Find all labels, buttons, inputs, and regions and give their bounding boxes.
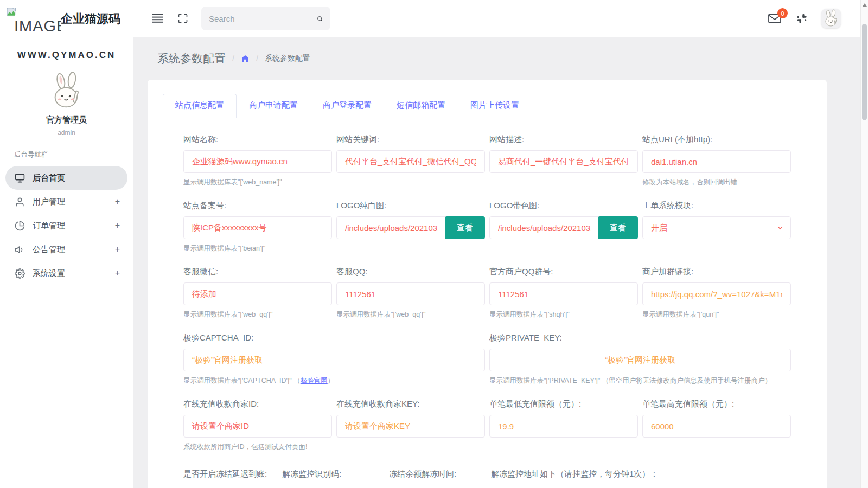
broken-logo-image: IMAGE [7,8,61,34]
user-avatar[interactable] [46,72,87,113]
expand-plus-icon[interactable]: + [115,268,120,278]
description-input[interactable] [489,150,638,173]
breadcrumb-separator: / [232,54,234,63]
tab-bar: 站点信息配置 商户申请配置 商户登录配置 短信邮箱配置 图片上传设置 [163,94,812,118]
view-logo-white-button[interactable]: 查看 [445,216,485,239]
field-label: 网站关键词: [336,134,485,145]
captcha-id-input[interactable] [183,349,485,371]
speaker-icon [15,245,25,255]
field-label: 站点URL(不加http): [642,134,791,145]
beian-input[interactable] [183,216,332,239]
field-ticket-module: 工单系统模块: 开启 [642,201,791,253]
home-icon[interactable] [241,54,250,63]
expand-plus-icon[interactable]: + [115,197,120,207]
sidebar-item-settings[interactable]: 系统设置 + [5,261,127,285]
field-help: 显示调用数据库表"['shqh']" [489,310,638,319]
nav-section-label: 后台导航栏 [14,150,133,159]
field-label: 客服微信: [183,267,332,277]
sidebar-item-users[interactable]: 用户管理 + [5,190,127,214]
scrollbar-up-arrow[interactable] [863,3,867,7]
tab-merchant-apply[interactable]: 商户申请配置 [237,94,310,118]
qq-group-link-input[interactable] [642,282,791,305]
field-web-name: 网站名称: 显示调用数据库表"['web_name']" [183,134,332,187]
tab-sms-email[interactable]: 短信邮箱配置 [384,94,458,118]
gear-icon [15,268,25,279]
chevron-down-icon [777,224,783,231]
page-title: 系统参数配置 [157,51,226,66]
fullscreen-icon [177,13,188,24]
field-description: 网站描述: [489,134,638,187]
field-label: 极验PRIVATE_KEY: [489,333,791,343]
max-amount-input[interactable] [642,415,791,438]
ticket-module-select[interactable]: 开启 [642,216,791,239]
qq-group-number-input[interactable] [489,282,638,305]
geetest-link[interactable]: 极验官网 [301,377,328,384]
field-beian: 站点备案号: 显示调用数据库表"['beian']" [183,201,332,253]
field-help: 修改为本站域名，否则回调出错 [642,178,791,187]
field-label: LOGO纯白图: [336,201,485,211]
search-input[interactable] [209,14,317,23]
logo-color-input[interactable] [489,216,599,239]
field-label: 极验CAPTCHA_ID: [183,333,485,343]
messages-button[interactable]: 0 [768,14,781,23]
logo-white-input[interactable] [336,216,446,239]
min-amount-input[interactable] [489,415,638,438]
tab-content: 网站名称: 显示调用数据库表"['web_name']" 网站关键词: 网站描述… [163,118,812,479]
tab-image-upload[interactable]: 图片上传设置 [458,94,532,118]
page-scrollbar[interactable] [860,0,868,488]
field-max-amount: 单笔最高充值限额（元）: [642,399,791,452]
merchant-key-input[interactable] [336,415,485,438]
sidebar-menu: 后台首页 用户管理 + 订单管理 + 公告管理 + [0,166,133,285]
field-label: 冻结余额解冻时间: [389,469,491,479]
topbar-avatar[interactable] [821,9,841,28]
field-label: 网站描述: [489,134,638,145]
sidebar: IMAGE 企业猫源码 WWW.QYMAO.CN 官方管理员 admin 后台导… [0,0,133,488]
apps-grid-icon [796,13,807,24]
web-name-input[interactable] [183,150,332,173]
frozen-settings-row: 是否开启冻结延迟到账: 解冻监控识别码: 冻结余额解冻时间: 解冻监控地址如下（… [183,469,791,479]
breadcrumb: 系统参数配置 / / 系统参数配置 [148,51,827,66]
site-domain: WWW.QYMAO.CN [0,50,133,61]
field-help: 显示调用数据库表"['PRIVATE_KEY']" （留空用户将无法修改商户信息… [489,376,791,386]
tab-site-info[interactable]: 站点信息配置 [163,94,237,118]
expand-plus-icon[interactable]: + [115,245,120,254]
keywords-input[interactable] [336,150,485,173]
help-text: ） [328,377,335,384]
field-private-key: 极验PRIVATE_KEY: 显示调用数据库表"['PRIVATE_KEY']"… [489,333,791,386]
sidebar-toggle-button[interactable] [152,14,163,23]
topbar: 0 [133,0,860,37]
monitor-icon [15,173,25,183]
user-icon [15,197,25,207]
field-merchant-id: 在线充值收款商家ID: 系统收款所用商户ID，包括测试支付页面! [183,399,332,452]
view-logo-color-button[interactable]: 查看 [598,216,638,239]
brand-title: 企业猫源码 [61,11,120,34]
user-role: admin [0,129,133,137]
field-label: 商户加群链接: [642,267,791,277]
field-label: LOGO带色图: [489,201,638,211]
site-url-input[interactable] [642,150,791,173]
merchant-id-input[interactable] [183,415,332,438]
qq-input[interactable] [336,282,485,305]
field-help: 显示调用数据库表"['web_qq']" [183,310,332,319]
scrollbar-thumb[interactable] [862,24,867,120]
brand-row[interactable]: IMAGE 企业猫源码 [0,0,133,34]
select-value: 开启 [651,223,667,233]
field-help: 显示调用数据库表"['web_name']" [183,178,332,187]
sidebar-item-announcements[interactable]: 公告管理 + [5,237,127,261]
rabbit-avatar-icon [46,72,87,113]
search-icon[interactable] [317,14,323,23]
expand-plus-icon[interactable]: + [115,221,120,230]
settings-card: 站点信息配置 商户申请配置 商户登录配置 短信邮箱配置 图片上传设置 网站名称:… [148,80,827,488]
sidebar-item-orders[interactable]: 订单管理 + [5,214,127,237]
wechat-input[interactable] [183,282,332,305]
apps-button[interactable] [796,13,807,24]
field-label: 在线充值收款商家ID: [183,399,332,409]
field-label: 解冻监控识别码: [282,469,389,479]
fullscreen-button[interactable] [177,13,188,24]
tab-merchant-login[interactable]: 商户登录配置 [310,94,384,118]
message-count-badge: 0 [777,8,788,18]
sidebar-item-dashboard[interactable]: 后台首页 [5,166,127,190]
field-help: 显示调用数据库表"['beian']" [183,244,332,253]
search-box [201,7,330,30]
private-key-input[interactable] [489,349,791,371]
